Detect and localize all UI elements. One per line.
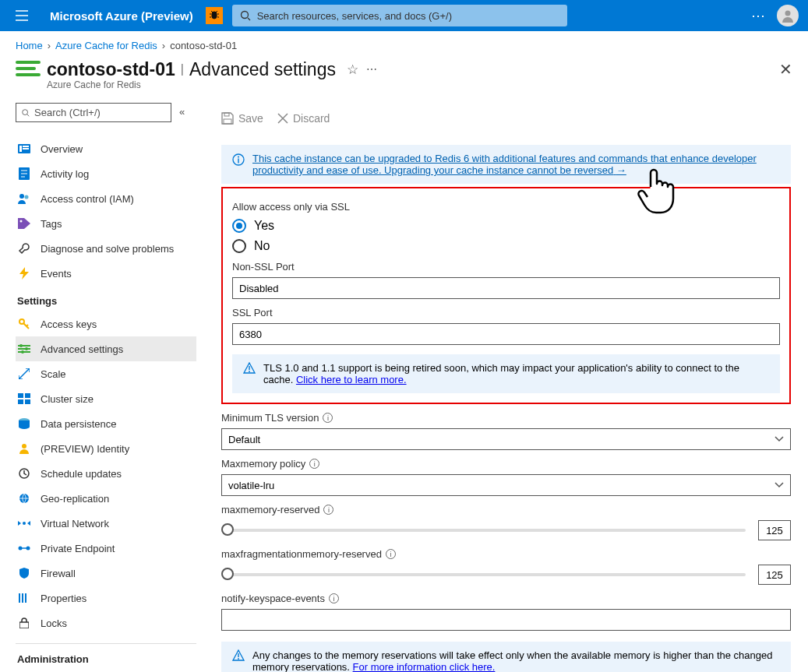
- info-icon: [232, 153, 245, 176]
- sidebar-item-geo-replication[interactable]: Geo-replication: [16, 486, 196, 511]
- sidebar-item-virtual-network[interactable]: Virtual Network: [16, 511, 196, 536]
- sidebar-item-advanced-settings[interactable]: Advanced settings: [16, 336, 196, 361]
- sidebar-item-locks[interactable]: Locks: [16, 610, 196, 635]
- svg-rect-27: [22, 593, 23, 603]
- hamburger-menu[interactable]: [6, 0, 37, 31]
- sidebar-item-scale[interactable]: Scale: [16, 361, 196, 386]
- ssl-radio-yes[interactable]: Yes: [232, 219, 780, 233]
- svg-point-24: [19, 547, 23, 551]
- sliders-icon: [17, 342, 31, 356]
- overview-icon: [17, 142, 31, 156]
- favorite-star-icon[interactable]: ☆: [347, 62, 358, 78]
- chevron-down-icon: [774, 482, 784, 488]
- svg-point-8: [19, 194, 24, 199]
- ssl-highlighted-section: Allow access only via SSL Yes No Non-SSL…: [221, 187, 791, 404]
- title-more-icon[interactable]: ⋯: [366, 63, 379, 76]
- properties-icon: [17, 591, 31, 605]
- svg-point-23: [23, 522, 26, 525]
- maxmem-reserved-value[interactable]: 125: [758, 520, 791, 540]
- header-more-icon[interactable]: ⋯: [751, 7, 766, 24]
- preview-bug-icon[interactable]: [206, 7, 223, 24]
- tls-warning-banner: TLS 1.0 and 1.1 support is being retired…: [232, 354, 780, 393]
- svg-rect-28: [25, 593, 26, 603]
- info-icon[interactable]: i: [309, 459, 319, 469]
- maxfrag-value[interactable]: 125: [758, 565, 791, 585]
- sidebar: Search (Ctrl+/) « Overview Activity log …: [0, 103, 199, 672]
- sidebar-item-access-control[interactable]: Access control (IAM): [16, 186, 196, 211]
- info-icon[interactable]: i: [329, 593, 339, 603]
- sidebar-item-activity-log[interactable]: Activity log: [16, 161, 196, 186]
- sidebar-item-properties[interactable]: Properties: [16, 586, 196, 610]
- search-icon: [240, 10, 251, 21]
- discard-icon: [277, 113, 288, 124]
- vnet-icon: [17, 516, 31, 530]
- toolbar: Save Discard: [221, 104, 791, 132]
- save-button[interactable]: Save: [221, 112, 263, 125]
- sidebar-item-firewall[interactable]: Firewall: [16, 561, 196, 586]
- maxfrag-slider[interactable]: [221, 573, 746, 576]
- svg-rect-18: [25, 399, 30, 404]
- page-title-row: contoso-std-01 | Advanced settings ☆ ⋯ ✕: [0, 56, 808, 81]
- svg-rect-16: [25, 393, 30, 398]
- upgrade-banner: This cache instance can be upgraded to R…: [221, 145, 791, 184]
- people-icon: [17, 192, 31, 206]
- svg-rect-29: [19, 622, 29, 628]
- key-icon: [17, 317, 31, 331]
- sidebar-item-events[interactable]: Events: [16, 261, 196, 286]
- maxmem-policy-select[interactable]: volatile-lru: [221, 474, 791, 496]
- min-tls-select[interactable]: Default: [221, 428, 791, 450]
- svg-rect-5: [23, 146, 29, 147]
- maxmem-reserved-slider[interactable]: [221, 529, 746, 532]
- notify-keyspace-input[interactable]: [221, 609, 791, 631]
- tls-learn-more-link[interactable]: Click here to learn more.: [296, 374, 407, 385]
- discard-button[interactable]: Discard: [277, 112, 330, 125]
- search-icon: [21, 108, 30, 118]
- svg-rect-26: [19, 593, 20, 603]
- memory-learn-more-link[interactable]: For more information click here.: [353, 661, 496, 672]
- chevron-down-icon: [774, 436, 784, 442]
- info-icon[interactable]: i: [323, 505, 333, 515]
- sidebar-item-access-keys[interactable]: Access keys: [16, 311, 196, 336]
- redis-resource-icon: [16, 61, 41, 81]
- sidebar-item-data-persistence[interactable]: Data persistence: [16, 411, 196, 436]
- sidebar-item-schedule-updates[interactable]: Schedule updates: [16, 461, 196, 486]
- svg-rect-6: [23, 148, 29, 150]
- slider-thumb-icon[interactable]: [221, 523, 234, 536]
- maxfrag-label: maxfragmentationmemory-reservedi: [221, 548, 791, 560]
- breadcrumb-level1[interactable]: Azure Cache for Redis: [55, 40, 157, 51]
- svg-rect-31: [224, 119, 231, 124]
- sidebar-item-cluster-size[interactable]: Cluster size: [16, 386, 196, 411]
- upgrade-link[interactable]: This cache instance can be upgraded to R…: [252, 153, 757, 176]
- shield-icon: [17, 566, 31, 580]
- sidebar-item-private-endpoint[interactable]: Private Endpoint: [16, 536, 196, 561]
- ssl-radio-no[interactable]: No: [232, 239, 780, 253]
- sidebar-item-tags[interactable]: Tags: [16, 211, 196, 236]
- svg-point-20: [22, 444, 26, 449]
- info-icon[interactable]: i: [386, 549, 396, 559]
- sidebar-item-identity[interactable]: (PREVIEW) Identity: [16, 436, 196, 461]
- info-icon[interactable]: i: [323, 413, 333, 423]
- sidebar-search-input[interactable]: Search (Ctrl+/): [16, 103, 171, 122]
- sidebar-item-overview[interactable]: Overview: [16, 136, 196, 161]
- bolt-icon: [17, 266, 31, 280]
- brand-title: Microsoft Azure (Preview): [37, 9, 206, 23]
- search-placeholder: Search resources, services, and docs (G+…: [257, 10, 452, 22]
- warning-icon: [232, 649, 245, 672]
- non-ssl-port-input[interactable]: Disabled: [232, 277, 780, 299]
- clock-icon: [17, 466, 31, 480]
- global-search[interactable]: Search resources, services, and docs (G+…: [232, 5, 567, 26]
- scale-icon: [17, 367, 31, 381]
- cluster-icon: [17, 392, 31, 406]
- close-blade-button[interactable]: ✕: [779, 60, 792, 79]
- user-avatar[interactable]: [777, 5, 799, 26]
- svg-point-13: [25, 347, 28, 350]
- slider-thumb-icon[interactable]: [221, 568, 234, 580]
- svg-point-2: [23, 109, 28, 114]
- sidebar-item-diagnose[interactable]: Diagnose and solve problems: [16, 236, 196, 261]
- resource-type-label: Azure Cache for Redis: [47, 79, 808, 90]
- ssl-port-input[interactable]: 6380: [232, 323, 780, 345]
- log-icon: [17, 167, 31, 181]
- collapse-sidebar-icon[interactable]: «: [179, 106, 185, 118]
- svg-point-1: [785, 11, 791, 16]
- breadcrumb-home[interactable]: Home: [16, 40, 43, 51]
